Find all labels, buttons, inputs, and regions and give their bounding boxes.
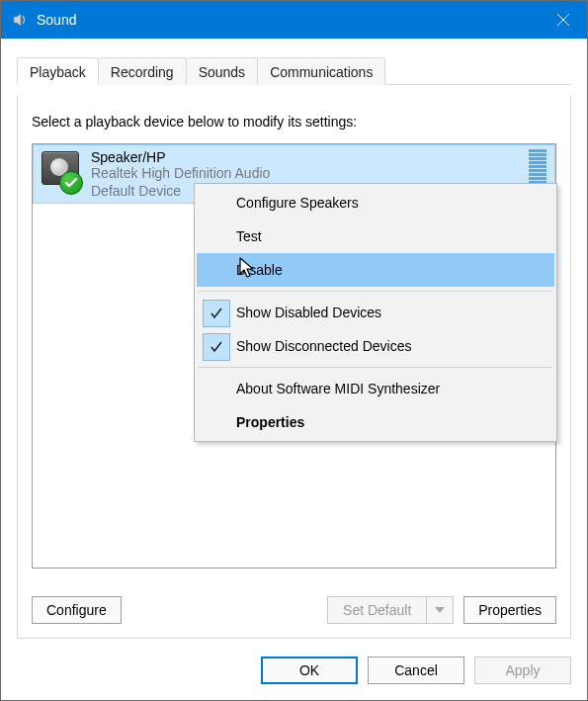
default-check-icon <box>59 171 83 195</box>
titlebar: Sound <box>1 1 587 39</box>
menu-separator <box>199 367 552 368</box>
menu-show-disconnected-label: Show Disconnected Devices <box>236 338 411 354</box>
ok-button[interactable]: OK <box>261 657 358 684</box>
menu-show-disabled-label: Show Disabled Devices <box>236 305 381 320</box>
tab-communications[interactable]: Communications <box>258 57 385 85</box>
tab-recording[interactable]: Recording <box>99 57 187 85</box>
menu-test[interactable]: Test <box>197 219 554 253</box>
sound-dialog: Sound Playback Recording Sounds Communic… <box>0 0 588 701</box>
configure-button[interactable]: Configure <box>32 596 122 624</box>
apply-button: Apply <box>474 657 571 684</box>
device-driver: Realtek High Definition Audio <box>91 165 521 183</box>
window-title: Sound <box>37 12 76 28</box>
device-name: Speaker/HP <box>91 149 521 165</box>
set-default-dropdown <box>426 596 454 624</box>
tab-strip: Playback Recording Sounds Communications <box>17 50 571 85</box>
menu-show-disabled[interactable]: Show Disabled Devices <box>197 296 554 329</box>
menu-properties[interactable]: Properties <box>197 405 554 439</box>
menu-configure-speakers[interactable]: Configure Speakers <box>197 186 554 219</box>
tab-sounds[interactable]: Sounds <box>187 57 258 85</box>
menu-show-disconnected[interactable]: Show Disconnected Devices <box>197 329 554 363</box>
menu-about[interactable]: About Software MIDI Synthesizer <box>197 372 554 405</box>
set-default-split: Set Default <box>327 596 454 624</box>
dialog-buttons: OK Cancel Apply <box>261 657 571 684</box>
menu-disable[interactable]: Disable <box>197 253 554 287</box>
panel-buttons: Configure Set Default Properties <box>32 596 556 624</box>
menu-separator <box>199 291 552 292</box>
properties-button[interactable]: Properties <box>463 596 556 624</box>
check-icon <box>203 300 230 327</box>
check-icon <box>203 333 230 361</box>
speaker-device-icon <box>42 151 81 191</box>
set-default-button: Set Default <box>327 596 426 624</box>
cancel-button[interactable]: Cancel <box>368 657 464 684</box>
context-menu: Configure Speakers Test Disable Show Dis… <box>194 183 557 442</box>
close-button[interactable] <box>540 1 587 39</box>
sound-icon <box>11 11 29 29</box>
tab-playback[interactable]: Playback <box>17 57 99 85</box>
instruction-text: Select a playback device below to modify… <box>32 114 556 130</box>
